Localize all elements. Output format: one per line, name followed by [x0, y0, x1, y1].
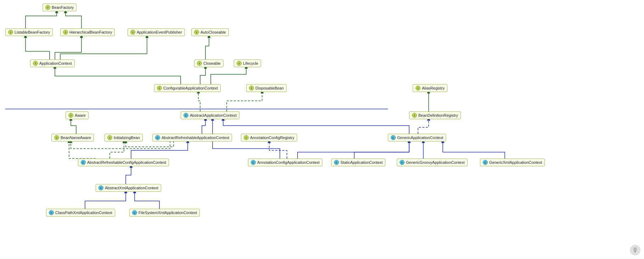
label-ListableBeanFactory: ListableBeanFactory [15, 30, 50, 34]
icon-c-ClassPathXmlApplicationContext: C [49, 210, 54, 215]
node-AutoCloseable: I AutoCloseable [191, 28, 229, 36]
label-Lifecycle: Lifecycle [243, 61, 258, 65]
icon-i-ApplicationContext: I [33, 61, 38, 66]
label-AbstractRefreshableConfigApplicationContext: AbstractRefreshableConfigApplicationCont… [87, 160, 166, 165]
icon-i-ListableBeanFactory: I [8, 30, 13, 35]
node-AnnotationConfigRegistry: I AnnotationConfigRegistry [241, 134, 297, 142]
node-AnnotationConfigApplicationContext: C AnnotationConfigApplicationContext [248, 159, 322, 166]
icon-i-BeanDefinitionRegistry: I [412, 113, 417, 118]
node-BeanNameAware: I BeanNameAware [51, 134, 94, 142]
node-AbstractApplicationContext: C AbstractApplicationContext [181, 111, 239, 119]
icon-i-AliasRegistry: I [416, 86, 420, 91]
icon-i-InitializingBean: I [107, 135, 112, 140]
label-BeanDefinitionRegistry: BeanDefinitionRegistry [418, 113, 458, 117]
icon-i-AutoCloseable: I [194, 30, 199, 35]
label-HierarchicalBeanFactory: HierarchicalBeanFactory [69, 30, 112, 34]
icon-c-StaticApplicationContext: C [334, 160, 339, 165]
node-InitializingBean: I InitializingBean [104, 134, 143, 142]
node-GenericXmlApplicationContext: C GenericXmlApplicationContext [480, 159, 545, 166]
label-AliasRegistry: AliasRegistry [422, 86, 445, 90]
node-DisposableBean: I DisposableBean [246, 84, 287, 92]
node-GenericGroovyApplicationContext: C GenericGroovyApplicationContext [397, 159, 468, 166]
icon-c-AnnotationConfigApplicationContext: C [251, 160, 256, 165]
node-Closeable: I Closeable [194, 59, 224, 67]
node-ClassPathXmlApplicationContext: C ClassPathXmlApplicationContext [46, 209, 115, 217]
label-DisposableBean: DisposableBean [255, 86, 284, 90]
icon-i-DisposableBean: I [249, 86, 254, 91]
node-FileSystemXmlApplicationContext: C FileSystemXmlApplicationContext [129, 209, 200, 217]
icon-i-Lifecycle: I [237, 61, 242, 66]
arrows-svg [0, 0, 644, 259]
icon-c-AbstractApplicationContext: C [183, 113, 188, 118]
label-AutoCloseable: AutoCloseable [200, 30, 226, 34]
label-ApplicationEventPublisher: ApplicationEventPublisher [137, 30, 182, 34]
node-HierarchicalBeanFactory: I HierarchicalBeanFactory [60, 28, 115, 36]
icon-i-AnnotationConfigRegistry: I [244, 135, 249, 140]
icon-i-Aware: I [68, 113, 73, 118]
label-ApplicationContext: ApplicationContext [39, 61, 72, 65]
label-AnnotationConfigRegistry: AnnotationConfigRegistry [250, 136, 294, 140]
label-FileSystemXmlApplicationContext: FileSystemXmlApplicationContext [139, 211, 197, 215]
icon-i-ApplicationEventPublisher: I [130, 30, 135, 35]
icon-c-AbstractXmlApplicationContext: C [98, 185, 103, 190]
icon-i-BeanNameAware: I [54, 135, 59, 140]
label-Closeable: Closeable [203, 61, 221, 65]
label-Aware: Aware [75, 113, 86, 117]
label-GenericApplicationContext: GenericApplicationContext [397, 136, 443, 140]
icon-c-GenericGroovyApplicationContext: C [400, 160, 405, 165]
node-BeanDefinitionRegistry: I BeanDefinitionRegistry [409, 111, 461, 119]
label-BeanFactory: BeanFactory [52, 5, 74, 10]
node-AbstractXmlApplicationContext: C AbstractXmlApplicationContext [96, 184, 161, 192]
icon-i-HierarchicalBeanFactory: I [63, 30, 68, 35]
label-AbstractXmlApplicationContext: AbstractXmlApplicationContext [105, 186, 158, 190]
label-StaticApplicationContext: StaticApplicationContext [340, 160, 383, 165]
label-AnnotationConfigApplicationContext: AnnotationConfigApplicationContext [257, 160, 320, 165]
node-ApplicationEventPublisher: I ApplicationEventPublisher [128, 28, 185, 36]
icon-c-FileSystemXmlApplicationContext: C [132, 210, 137, 215]
icon-c-GenericXmlApplicationContext: C [483, 160, 488, 165]
node-GenericApplicationContext: C GenericApplicationContext [388, 134, 446, 142]
icon-i-Closeable: I [197, 61, 202, 66]
node-ApplicationContext: I ApplicationContext [30, 59, 75, 67]
node-ConfigurableApplicationContext: I ConfigurableApplicationContext [154, 84, 221, 92]
icon-i-BeanFactory: I [45, 5, 50, 10]
icon-c-AbstractRefreshableApplicationContext: C [155, 135, 160, 140]
node-StaticApplicationContext: C StaticApplicationContext [331, 159, 385, 166]
node-ListableBeanFactory: I ListableBeanFactory [5, 28, 53, 36]
icon-i-ConfigurableApplicationContext: I [157, 86, 162, 91]
diagram-container: I BeanFactory I ListableBeanFactory I Hi… [0, 0, 644, 259]
node-Aware: I Aware [66, 111, 89, 119]
icon-c-AbstractRefreshableConfigApplicationContext: C [81, 160, 86, 165]
node-AliasRegistry: I AliasRegistry [413, 84, 447, 92]
icon-c-GenericApplicationContext: C [391, 135, 396, 140]
label-BeanNameAware: BeanNameAware [61, 136, 91, 140]
label-ConfigurableApplicationContext: ConfigurableApplicationContext [163, 86, 218, 90]
label-GenericGroovyApplicationContext: GenericGroovyApplicationContext [406, 160, 465, 165]
node-BeanFactory: I BeanFactory [43, 4, 77, 11]
label-AbstractRefreshableApplicationContext: AbstractRefreshableApplicationContext [162, 136, 229, 140]
label-InitializingBean: InitializingBean [114, 136, 140, 140]
node-AbstractRefreshableConfigApplicationContext: C AbstractRefreshableConfigApplicationCo… [78, 159, 169, 166]
node-AbstractRefreshableApplicationContext: C AbstractRefreshableApplicationContext [152, 134, 232, 142]
label-AbstractApplicationContext: AbstractApplicationContext [190, 113, 237, 117]
label-GenericXmlApplicationContext: GenericXmlApplicationContext [489, 160, 542, 165]
scroll-indicator: 🎙 [630, 245, 640, 255]
node-Lifecycle: I Lifecycle [234, 59, 261, 67]
label-ClassPathXmlApplicationContext: ClassPathXmlApplicationContext [55, 211, 112, 215]
